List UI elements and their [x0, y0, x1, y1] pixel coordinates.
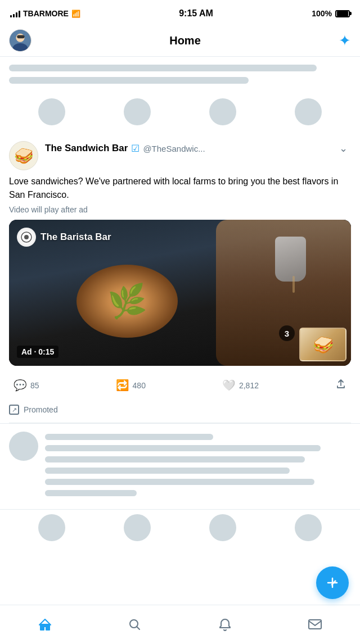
- tweet-header: 🥪 The Sandwich Bar ☑ @TheSandwic... ⌄: [9, 141, 351, 170]
- skeleton-circle: [124, 514, 151, 541]
- promoted-label: Promoted: [24, 405, 58, 414]
- carrier-label: TBARMORE: [23, 9, 69, 18]
- skeleton-line: [45, 456, 305, 462]
- status-left: TBARMORE 📶: [10, 9, 80, 18]
- status-right: 100%: [312, 9, 350, 18]
- nav-messages[interactable]: [298, 611, 332, 639]
- skeleton-circle: [295, 98, 322, 125]
- timer-badge: 3: [279, 325, 295, 341]
- skeleton-circle: [38, 514, 65, 541]
- skeleton-circle: [38, 98, 65, 125]
- dropdown-icon[interactable]: ⌄: [336, 141, 351, 156]
- skeleton-line: [45, 490, 137, 496]
- sandwich-icon: 🥪: [14, 147, 34, 165]
- skeleton-line: [45, 445, 321, 451]
- ad-label: Ad · 0:15: [17, 346, 58, 358]
- skeleton-post: [0, 424, 360, 510]
- tweet-body: Love sandwiches? We've partnered with lo…: [9, 175, 351, 202]
- skeleton-avatar: [9, 432, 38, 461]
- retweet-icon: 🔁: [116, 379, 129, 392]
- like-action[interactable]: 🤍 2,812: [218, 375, 263, 395]
- nav-bar: Home ✦: [0, 25, 360, 57]
- page-title: Home: [169, 34, 201, 47]
- signal-icon: [10, 10, 20, 17]
- like-count: 2,812: [239, 381, 259, 390]
- status-bar: TBARMORE 📶 9:15 AM 100%: [0, 0, 360, 25]
- avatar-image: [10, 30, 31, 51]
- video-note: Video will play after ad: [9, 205, 351, 214]
- tweet-card: 🥪 The Sandwich Bar ☑ @TheSandwic... ⌄ Lo…: [0, 133, 360, 424]
- share-action[interactable]: [331, 375, 351, 396]
- skeleton-top: [0, 57, 360, 94]
- promoted-row: ↗ Promoted: [9, 402, 351, 423]
- skeleton-circle: [209, 98, 236, 125]
- sparkle-icon[interactable]: ✦: [339, 32, 351, 49]
- bottom-nav: [0, 605, 360, 644]
- svg-rect-4: [17, 35, 24, 39]
- thumb-sandwich-icon: 🥪: [313, 335, 334, 355]
- avatar[interactable]: [9, 29, 32, 52]
- reply-count: 85: [30, 381, 39, 390]
- skeleton-circle: [295, 514, 322, 541]
- battery-icon: [335, 10, 350, 17]
- share-icon: [335, 378, 346, 392]
- account-name[interactable]: The Sandwich Bar: [45, 143, 128, 154]
- barista-logo: [17, 228, 36, 247]
- status-time: 9:15 AM: [179, 8, 213, 19]
- skeleton-line: [9, 65, 317, 71]
- skeleton-content: [45, 432, 351, 501]
- compose-fab[interactable]: [316, 566, 349, 599]
- nav-notifications[interactable]: [208, 611, 242, 639]
- wifi-icon: 📶: [71, 10, 80, 18]
- tweet-avatar[interactable]: 🥪: [9, 141, 38, 170]
- barista-name: The Barista Bar: [40, 232, 111, 243]
- video-container[interactable]: 🌿 The Barista Bar Ad · 0:15 3 🥪: [9, 220, 351, 366]
- verified-badge: ☑: [131, 143, 140, 155]
- video-thumbnail: 🥪: [299, 328, 346, 361]
- nav-search[interactable]: [118, 611, 152, 639]
- like-icon: 🤍: [222, 379, 236, 392]
- skeleton-circle: [124, 98, 151, 125]
- retweet-action[interactable]: 🔁 480: [111, 375, 150, 395]
- skeleton-line: [45, 434, 213, 440]
- svg-point-6: [24, 235, 29, 239]
- skeleton-line: [45, 479, 314, 485]
- retweet-count: 480: [133, 381, 146, 390]
- skeleton-line: [9, 77, 249, 84]
- nav-home[interactable]: [28, 611, 62, 639]
- tweet-actions: 💬 85 🔁 480 🤍 2,812: [9, 373, 351, 402]
- skeleton-line: [45, 468, 290, 474]
- skeleton-circle: [209, 514, 236, 541]
- skeleton-bottom-row: [0, 510, 360, 549]
- tweet-meta: The Sandwich Bar ☑ @TheSandwic... ⌄: [45, 141, 351, 156]
- promoted-icon: ↗: [9, 405, 19, 415]
- tweet-handle: @TheSandwic...: [143, 144, 205, 153]
- reply-icon: 💬: [14, 379, 27, 392]
- svg-rect-8: [309, 620, 321, 629]
- battery-percent: 100%: [312, 9, 332, 18]
- skeleton-people-row: [0, 94, 360, 133]
- reply-action[interactable]: 💬 85: [9, 375, 44, 395]
- tweet-name-row: The Sandwich Bar ☑ @TheSandwic... ⌄: [45, 141, 351, 156]
- barista-label: The Barista Bar: [17, 228, 111, 247]
